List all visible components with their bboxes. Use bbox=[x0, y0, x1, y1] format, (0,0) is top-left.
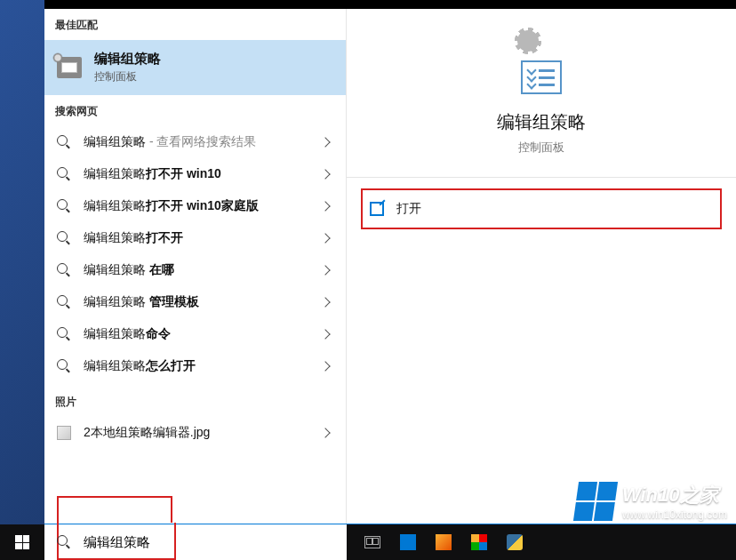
web-result-item[interactable]: 编辑组策略 在哪 bbox=[44, 254, 346, 286]
web-result-item[interactable]: 编辑组策略怎么打开 bbox=[44, 350, 346, 382]
search-input[interactable] bbox=[84, 535, 334, 550]
web-result-item[interactable]: 编辑组策略 管理模板 bbox=[44, 286, 346, 318]
search-icon bbox=[57, 135, 71, 149]
chevron-right-icon[interactable] bbox=[319, 231, 333, 245]
taskbar-app-button[interactable] bbox=[393, 524, 423, 560]
chevron-right-icon[interactable] bbox=[319, 426, 333, 440]
search-icon bbox=[57, 327, 71, 341]
watermark: Win10之家 www.win10xitong.com bbox=[576, 482, 727, 521]
chevron-right-icon[interactable] bbox=[319, 167, 333, 181]
start-button[interactable] bbox=[0, 524, 44, 560]
search-icon bbox=[57, 295, 71, 309]
taskbar-search[interactable] bbox=[44, 524, 347, 560]
windows-start-icon bbox=[15, 535, 29, 549]
details-panel: 编辑组策略 控制面板 打开 bbox=[347, 9, 736, 524]
search-icon bbox=[57, 231, 71, 245]
best-match-text: 编辑组策略 控制面板 bbox=[94, 51, 161, 84]
search-icon bbox=[57, 359, 71, 373]
control-panel-icon bbox=[57, 57, 82, 78]
chevron-right-icon[interactable] bbox=[319, 359, 333, 373]
web-result-text: 编辑组策略 - 查看网络搜索结果 bbox=[84, 134, 256, 150]
taskbar-app-button[interactable] bbox=[464, 524, 494, 560]
section-web-search: 搜索网页 bbox=[44, 95, 346, 126]
app-icon bbox=[400, 534, 416, 550]
web-result-text: 编辑组策略打不开 win10家庭版 bbox=[84, 198, 259, 214]
task-view-button[interactable] bbox=[357, 524, 388, 560]
best-match-title: 编辑组策略 bbox=[94, 51, 161, 68]
photo-result-item[interactable]: 2本地组策略编辑器.jpg bbox=[44, 417, 346, 449]
web-result-item[interactable]: 编辑组策略打不开 win10家庭版 bbox=[44, 190, 346, 222]
taskbar-app-button[interactable] bbox=[428, 524, 459, 560]
web-result-text: 编辑组策略 管理模板 bbox=[84, 294, 199, 310]
best-match-subtitle: 控制面板 bbox=[94, 69, 161, 84]
chevron-right-icon[interactable] bbox=[319, 199, 333, 213]
search-icon bbox=[57, 535, 71, 549]
desktop-background bbox=[0, 0, 44, 524]
details-title: 编辑组策略 bbox=[347, 110, 736, 134]
search-icon bbox=[57, 167, 71, 181]
web-result-item[interactable]: 编辑组策略打不开 bbox=[44, 222, 346, 254]
task-view-icon bbox=[364, 536, 380, 548]
open-action-label: 打开 bbox=[396, 201, 421, 217]
image-file-icon bbox=[57, 426, 71, 440]
chevron-right-icon[interactable] bbox=[319, 263, 333, 277]
photo-result-text: 2本地组策略编辑器.jpg bbox=[84, 425, 210, 441]
open-icon bbox=[370, 202, 384, 216]
chevron-right-icon[interactable] bbox=[319, 135, 333, 149]
web-result-text: 编辑组策略怎么打开 bbox=[84, 358, 196, 374]
web-result-text: 编辑组策略打不开 bbox=[84, 230, 183, 246]
app-icon bbox=[471, 534, 487, 550]
taskbar bbox=[0, 524, 736, 560]
chevron-right-icon[interactable] bbox=[319, 327, 333, 341]
search-icon bbox=[57, 263, 71, 277]
details-subtitle: 控制面板 bbox=[347, 140, 736, 156]
taskbar-app-button[interactable] bbox=[500, 524, 530, 560]
section-best-match: 最佳匹配 bbox=[44, 9, 346, 40]
window-top-border bbox=[44, 0, 736, 9]
web-result-text: 编辑组策略命令 bbox=[84, 326, 171, 342]
chevron-right-icon[interactable] bbox=[319, 295, 333, 309]
app-icon bbox=[507, 534, 523, 550]
taskbar-icons bbox=[347, 524, 530, 560]
web-result-item[interactable]: 编辑组策略打不开 win10 bbox=[44, 158, 346, 190]
app-icon bbox=[436, 534, 452, 550]
open-action[interactable]: 打开 bbox=[361, 188, 722, 229]
search-icon bbox=[57, 199, 71, 213]
best-match-result[interactable]: 编辑组策略 控制面板 bbox=[44, 40, 346, 95]
windows-logo-icon bbox=[573, 482, 618, 521]
search-results-panel: 最佳匹配 编辑组策略 控制面板 搜索网页 编辑组策略 - 查看网络搜索结果 编辑… bbox=[44, 9, 347, 524]
watermark-title: Win10之家 bbox=[622, 482, 727, 508]
web-result-text: 编辑组策略打不开 win10 bbox=[84, 166, 221, 182]
web-result-item[interactable]: 编辑组策略命令 bbox=[44, 318, 346, 350]
web-result-text: 编辑组策略 在哪 bbox=[84, 262, 174, 278]
section-photos: 照片 bbox=[44, 382, 346, 417]
web-result-item[interactable]: 编辑组策略 - 查看网络搜索结果 bbox=[44, 126, 346, 158]
group-policy-icon bbox=[510, 36, 572, 94]
watermark-url: www.win10xitong.com bbox=[622, 508, 727, 521]
